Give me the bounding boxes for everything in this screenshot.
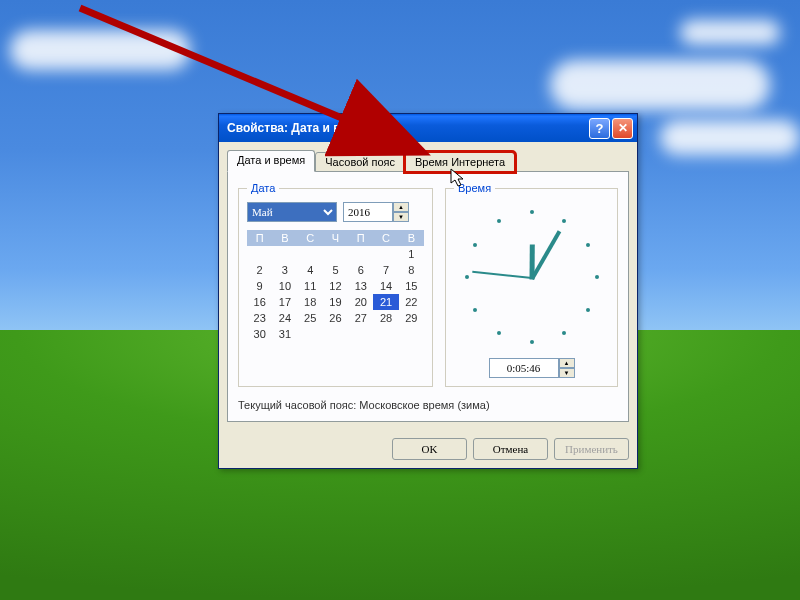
calendar-day [298,246,323,262]
calendar-day[interactable]: 4 [298,262,323,278]
calendar-day[interactable]: 15 [399,278,424,294]
weekday-header: С [373,230,398,246]
calendar-day[interactable]: 6 [348,262,373,278]
calendar-day[interactable]: 25 [298,310,323,326]
weekday-header: С [298,230,323,246]
calendar-day[interactable]: 7 [373,262,398,278]
analog-clock [457,202,607,352]
calendar-day[interactable]: 27 [348,310,373,326]
calendar-day[interactable]: 23 [247,310,272,326]
date-group: Дата Май ▲ ▼ ПВСЧПСВ 123456789 [238,182,433,387]
calendar-day[interactable]: 1 [399,246,424,262]
calendar[interactable]: ПВСЧПСВ 12345678910111213141516171819202… [247,230,424,342]
calendar-day [399,326,424,342]
time-up[interactable]: ▲ [559,358,575,368]
calendar-day[interactable]: 2 [247,262,272,278]
calendar-day [298,326,323,342]
apply-button[interactable]: Применить [554,438,629,460]
calendar-day[interactable]: 22 [399,294,424,310]
tab-panel: Дата Май ▲ ▼ ПВСЧПСВ 123456789 [227,171,629,422]
calendar-day[interactable]: 14 [373,278,398,294]
calendar-day [348,246,373,262]
month-select[interactable]: Май [247,202,337,222]
calendar-day [323,326,348,342]
calendar-day[interactable]: 31 [272,326,297,342]
tab-internet-time[interactable]: Время Интернета [405,152,515,172]
calendar-day[interactable]: 12 [323,278,348,294]
calendar-day[interactable]: 9 [247,278,272,294]
time-input[interactable] [489,358,559,378]
calendar-day[interactable]: 26 [323,310,348,326]
time-down[interactable]: ▼ [559,368,575,378]
tab-timezone[interactable]: Часовой пояс [315,152,405,172]
calendar-day[interactable]: 18 [298,294,323,310]
calendar-day[interactable]: 19 [323,294,348,310]
calendar-day[interactable]: 21 [373,294,398,310]
year-down[interactable]: ▼ [393,212,409,222]
weekday-header: В [399,230,424,246]
calendar-day [373,246,398,262]
calendar-day[interactable]: 11 [298,278,323,294]
time-group-label: Время [454,182,495,194]
calendar-day [272,246,297,262]
calendar-day [323,246,348,262]
calendar-day[interactable]: 8 [399,262,424,278]
timezone-text: Текущий часовой пояс: Московское время (… [238,399,618,411]
calendar-day[interactable]: 16 [247,294,272,310]
help-button[interactable]: ? [589,118,610,139]
calendar-day[interactable]: 24 [272,310,297,326]
date-time-properties-dialog: Свойства: Дата и время ? ✕ Дата и время … [218,113,638,469]
calendar-day[interactable]: 13 [348,278,373,294]
calendar-day[interactable]: 20 [348,294,373,310]
time-group: Время ▲ ▼ [445,182,618,387]
weekday-header: П [348,230,373,246]
window-title: Свойства: Дата и время [227,121,587,135]
year-up[interactable]: ▲ [393,202,409,212]
tab-strip: Дата и время Часовой пояс Время Интернет… [219,142,637,172]
titlebar[interactable]: Свойства: Дата и время ? ✕ [219,114,637,142]
weekday-header: Ч [323,230,348,246]
close-button[interactable]: ✕ [612,118,633,139]
calendar-day[interactable]: 10 [272,278,297,294]
year-input[interactable] [343,202,393,222]
calendar-day[interactable]: 17 [272,294,297,310]
tab-date-time[interactable]: Дата и время [227,150,315,172]
weekday-header: П [247,230,272,246]
calendar-day [373,326,398,342]
calendar-day [348,326,373,342]
calendar-day[interactable]: 30 [247,326,272,342]
calendar-day[interactable]: 3 [272,262,297,278]
date-group-label: Дата [247,182,279,194]
weekday-header: В [272,230,297,246]
calendar-day [247,246,272,262]
ok-button[interactable]: OK [392,438,467,460]
calendar-day[interactable]: 5 [323,262,348,278]
calendar-day[interactable]: 28 [373,310,398,326]
cancel-button[interactable]: Отмена [473,438,548,460]
calendar-day[interactable]: 29 [399,310,424,326]
